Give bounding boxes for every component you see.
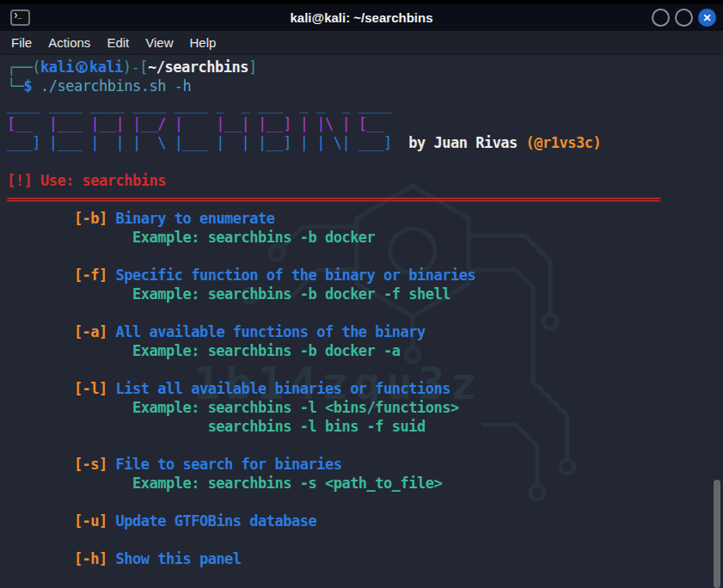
- terminal-text-segment: [-b]: [7, 210, 107, 227]
- terminal-line: [-f] Specific function of the binary or …: [7, 266, 723, 285]
- terminal-text-segment: ./searchbins.sh -h: [32, 77, 191, 95]
- terminal-text-segment: [__ |___ |__| |__/ | |__| |__] | |\ | [_…: [7, 115, 383, 132]
- terminal-line: [-a] All available functions of the bina…: [7, 322, 723, 341]
- terminal-text-segment: by Juan Rivas: [392, 134, 526, 151]
- menubar: File Actions Edit View Help: [0, 31, 723, 55]
- close-button[interactable]: ✕: [698, 9, 716, 27]
- terminal-line: ___] |___ | | | \ |___ | | |__] | | \| _…: [7, 133, 723, 152]
- terminal-text-segment: All available functions of the binary: [107, 323, 426, 340]
- close-icon: ✕: [702, 12, 711, 24]
- terminal-text-segment: Example: searchbins -l <bins/functions>: [7, 399, 459, 416]
- terminal-text-segment: ___] |___ | | | \ |___ | | |__] | | \| _…: [7, 134, 392, 151]
- terminal-text-segment: kali: [40, 58, 74, 76]
- terminal-text-segment: Specific function of the binary or binar…: [107, 266, 475, 284]
- terminal-line: [!] Use: searchbins: [7, 171, 723, 190]
- terminal-line: Example: searchbins -l <bins/functions>: [7, 398, 723, 417]
- window-controls: ✕: [652, 9, 723, 27]
- terminal-text-segment: └─: [7, 77, 23, 95]
- terminal-line: Example: searchbins -b docker: [7, 228, 723, 247]
- terminal-line: [7, 303, 723, 322]
- terminal-window: ❯_ kali@kali: ~/searchbins ✕ File Action…: [0, 0, 723, 588]
- terminal-text-segment: Binary to enumerate: [107, 210, 275, 227]
- terminal-text-segment: [!] Use: searchbins: [7, 172, 166, 189]
- terminal-text-segment: kali: [89, 58, 123, 76]
- menu-help[interactable]: Help: [189, 35, 216, 50]
- terminal-text-segment: ____ ____ ____ ____ ____ _ _ ___ _ _ _ _…: [7, 96, 392, 113]
- terminal-text-segment: [-a]: [7, 323, 107, 340]
- terminal-line: Example: searchbins -b docker -f shell: [7, 285, 723, 303]
- terminal-text-segment: [-h]: [7, 550, 107, 567]
- terminal-line: Example: searchbins -b docker -a: [7, 341, 723, 360]
- terminal-line: [__ |___ |__| |__/ | |__| |__] | |\ | [_…: [7, 114, 723, 133]
- terminal-line: [7, 436, 723, 455]
- terminal-text-segment: ┌──(: [7, 58, 40, 76]
- terminal-text-segment: searchbins -l bins -f suid: [7, 418, 426, 435]
- terminal-text-segment: Update GTFOBins database: [107, 512, 316, 530]
- terminal-line: [-b] Binary to enumerate: [7, 209, 723, 228]
- terminal-line: ____ ____ ____ ____ ____ _ _ ___ _ _ _ _…: [7, 95, 723, 114]
- terminal-text-segment: $: [23, 77, 32, 95]
- terminal-text-segment: Show this panel: [107, 550, 242, 567]
- scrollbar-thumb[interactable]: [714, 480, 720, 588]
- terminal-app-icon: ❯_: [10, 9, 30, 26]
- terminal-text-segment: [-f]: [7, 266, 107, 284]
- terminal-line: [7, 493, 723, 511]
- terminal-text-segment: [-s]: [7, 456, 107, 473]
- window-title: kali@kali: ~/searchbins: [0, 10, 723, 25]
- maximize-button[interactable]: [675, 9, 693, 27]
- terminal-text-segment: ════════════════════════════════════════…: [7, 191, 659, 208]
- terminal-text-segment: K: [76, 61, 88, 73]
- terminal-text-segment: ~/searchbins: [148, 58, 248, 76]
- menu-actions[interactable]: Actions: [48, 35, 90, 50]
- terminal-text-segment: [-l]: [7, 380, 107, 397]
- terminal-line: [-l] List all available binaries or func…: [7, 379, 723, 398]
- terminal-text-segment: [-u]: [7, 512, 107, 530]
- terminal-line: [7, 530, 723, 549]
- terminal-line: [7, 152, 723, 171]
- terminal-text-segment: File to search for binaries: [107, 456, 342, 473]
- menu-edit[interactable]: Edit: [107, 35, 129, 50]
- terminal-line: [-h] Show this panel: [7, 549, 723, 568]
- terminal-line: [7, 247, 723, 266]
- terminal-line: [-u] Update GTFOBins database: [7, 511, 723, 530]
- terminal-line: Example: searchbins -s <path_to_file>: [7, 474, 723, 493]
- prompt-mark-icon: ❯_: [14, 12, 22, 19]
- terminal-text-segment: Example: searchbins -b docker: [7, 229, 375, 246]
- terminal-output: ┌──(kaliKkali)-[~/searchbins]└─$ ./searc…: [0, 55, 723, 568]
- titlebar[interactable]: ❯_ kali@kali: ~/searchbins ✕: [0, 4, 723, 31]
- terminal-line: searchbins -l bins -f suid: [7, 417, 723, 436]
- terminal-text-segment: )-[: [123, 58, 148, 76]
- menu-file[interactable]: File: [11, 35, 32, 50]
- terminal-line: [-s] File to search for binaries: [7, 455, 723, 474]
- terminal-text-segment: Example: searchbins -s <path_to_file>: [7, 475, 442, 492]
- terminal-line: └─$ ./searchbins.sh -h: [7, 77, 723, 95]
- minimize-button[interactable]: [652, 9, 670, 27]
- terminal-line: ════════════════════════════════════════…: [7, 190, 723, 209]
- terminal-text-segment: List all available binaries or functions: [107, 380, 450, 397]
- terminal-text-segment: Example: searchbins -b docker -f shell: [7, 285, 450, 303]
- terminal-line: [7, 360, 723, 379]
- terminal-text-segment: Example: searchbins -b docker -a: [7, 342, 401, 359]
- terminal-line: ┌──(kaliKkali)-[~/searchbins]: [7, 58, 723, 77]
- menu-view[interactable]: View: [145, 35, 173, 50]
- terminal-text-segment: ]: [248, 58, 257, 76]
- terminal-text-segment: (@r1vs3c): [526, 134, 602, 151]
- terminal-viewport[interactable]: 1b14zqu3z ┌──(kaliKkali)-[~/searchbins]└…: [0, 55, 723, 588]
